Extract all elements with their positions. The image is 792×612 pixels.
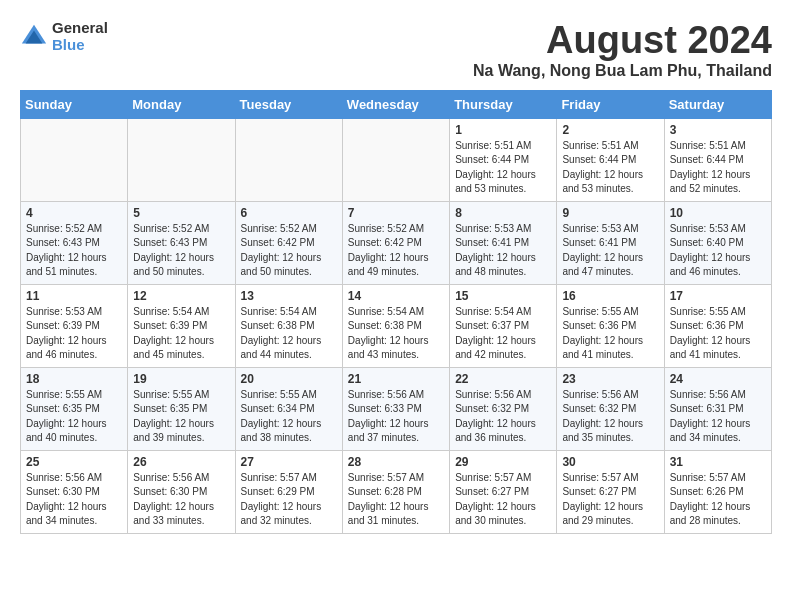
day-number: 30 <box>562 455 658 469</box>
day-number: 11 <box>26 289 122 303</box>
page-header: General Blue August 2024 Na Wang, Nong B… <box>20 20 772 80</box>
calendar-header-row: Sunday Monday Tuesday Wednesday Thursday… <box>21 90 772 118</box>
logo-icon <box>20 23 48 51</box>
logo-general-text: General <box>52 20 108 37</box>
day-info: Sunrise: 5:54 AMSunset: 6:37 PMDaylight:… <box>455 305 551 363</box>
table-row <box>235 118 342 201</box>
day-info: Sunrise: 5:53 AMSunset: 6:41 PMDaylight:… <box>562 222 658 280</box>
day-number: 14 <box>348 289 444 303</box>
day-number: 19 <box>133 372 229 386</box>
day-number: 17 <box>670 289 766 303</box>
day-info: Sunrise: 5:57 AMSunset: 6:26 PMDaylight:… <box>670 471 766 529</box>
day-info: Sunrise: 5:56 AMSunset: 6:33 PMDaylight:… <box>348 388 444 446</box>
table-row: 18Sunrise: 5:55 AMSunset: 6:35 PMDayligh… <box>21 367 128 450</box>
table-row: 15Sunrise: 5:54 AMSunset: 6:37 PMDayligh… <box>450 284 557 367</box>
col-tuesday: Tuesday <box>235 90 342 118</box>
day-number: 12 <box>133 289 229 303</box>
day-number: 1 <box>455 123 551 137</box>
day-number: 18 <box>26 372 122 386</box>
day-info: Sunrise: 5:53 AMSunset: 6:39 PMDaylight:… <box>26 305 122 363</box>
day-number: 28 <box>348 455 444 469</box>
day-info: Sunrise: 5:56 AMSunset: 6:30 PMDaylight:… <box>26 471 122 529</box>
day-number: 26 <box>133 455 229 469</box>
table-row: 2Sunrise: 5:51 AMSunset: 6:44 PMDaylight… <box>557 118 664 201</box>
day-info: Sunrise: 5:52 AMSunset: 6:42 PMDaylight:… <box>241 222 337 280</box>
day-number: 2 <box>562 123 658 137</box>
calendar-week-row: 1Sunrise: 5:51 AMSunset: 6:44 PMDaylight… <box>21 118 772 201</box>
location-subtitle: Na Wang, Nong Bua Lam Phu, Thailand <box>473 62 772 80</box>
day-number: 15 <box>455 289 551 303</box>
table-row: 21Sunrise: 5:56 AMSunset: 6:33 PMDayligh… <box>342 367 449 450</box>
table-row: 26Sunrise: 5:56 AMSunset: 6:30 PMDayligh… <box>128 450 235 533</box>
day-info: Sunrise: 5:51 AMSunset: 6:44 PMDaylight:… <box>562 139 658 197</box>
day-number: 9 <box>562 206 658 220</box>
day-number: 27 <box>241 455 337 469</box>
day-info: Sunrise: 5:55 AMSunset: 6:35 PMDaylight:… <box>26 388 122 446</box>
table-row: 30Sunrise: 5:57 AMSunset: 6:27 PMDayligh… <box>557 450 664 533</box>
table-row: 17Sunrise: 5:55 AMSunset: 6:36 PMDayligh… <box>664 284 771 367</box>
day-info: Sunrise: 5:52 AMSunset: 6:42 PMDaylight:… <box>348 222 444 280</box>
day-info: Sunrise: 5:55 AMSunset: 6:36 PMDaylight:… <box>562 305 658 363</box>
calendar-week-row: 18Sunrise: 5:55 AMSunset: 6:35 PMDayligh… <box>21 367 772 450</box>
table-row: 3Sunrise: 5:51 AMSunset: 6:44 PMDaylight… <box>664 118 771 201</box>
day-info: Sunrise: 5:56 AMSunset: 6:32 PMDaylight:… <box>455 388 551 446</box>
day-info: Sunrise: 5:55 AMSunset: 6:34 PMDaylight:… <box>241 388 337 446</box>
table-row: 31Sunrise: 5:57 AMSunset: 6:26 PMDayligh… <box>664 450 771 533</box>
logo-blue-text: Blue <box>52 37 108 54</box>
day-info: Sunrise: 5:55 AMSunset: 6:36 PMDaylight:… <box>670 305 766 363</box>
day-info: Sunrise: 5:57 AMSunset: 6:29 PMDaylight:… <box>241 471 337 529</box>
day-info: Sunrise: 5:57 AMSunset: 6:27 PMDaylight:… <box>562 471 658 529</box>
col-wednesday: Wednesday <box>342 90 449 118</box>
calendar-table: Sunday Monday Tuesday Wednesday Thursday… <box>20 90 772 534</box>
day-info: Sunrise: 5:53 AMSunset: 6:40 PMDaylight:… <box>670 222 766 280</box>
day-info: Sunrise: 5:57 AMSunset: 6:27 PMDaylight:… <box>455 471 551 529</box>
day-number: 6 <box>241 206 337 220</box>
table-row: 7Sunrise: 5:52 AMSunset: 6:42 PMDaylight… <box>342 201 449 284</box>
day-info: Sunrise: 5:54 AMSunset: 6:38 PMDaylight:… <box>348 305 444 363</box>
col-thursday: Thursday <box>450 90 557 118</box>
table-row: 28Sunrise: 5:57 AMSunset: 6:28 PMDayligh… <box>342 450 449 533</box>
day-number: 5 <box>133 206 229 220</box>
month-year-title: August 2024 <box>473 20 772 62</box>
day-number: 20 <box>241 372 337 386</box>
table-row: 8Sunrise: 5:53 AMSunset: 6:41 PMDaylight… <box>450 201 557 284</box>
table-row: 25Sunrise: 5:56 AMSunset: 6:30 PMDayligh… <box>21 450 128 533</box>
day-number: 10 <box>670 206 766 220</box>
title-block: August 2024 Na Wang, Nong Bua Lam Phu, T… <box>473 20 772 80</box>
day-number: 29 <box>455 455 551 469</box>
table-row: 13Sunrise: 5:54 AMSunset: 6:38 PMDayligh… <box>235 284 342 367</box>
day-number: 3 <box>670 123 766 137</box>
day-number: 7 <box>348 206 444 220</box>
day-info: Sunrise: 5:56 AMSunset: 6:30 PMDaylight:… <box>133 471 229 529</box>
table-row: 1Sunrise: 5:51 AMSunset: 6:44 PMDaylight… <box>450 118 557 201</box>
col-friday: Friday <box>557 90 664 118</box>
table-row <box>342 118 449 201</box>
day-number: 31 <box>670 455 766 469</box>
day-number: 16 <box>562 289 658 303</box>
table-row: 10Sunrise: 5:53 AMSunset: 6:40 PMDayligh… <box>664 201 771 284</box>
day-info: Sunrise: 5:51 AMSunset: 6:44 PMDaylight:… <box>455 139 551 197</box>
day-info: Sunrise: 5:55 AMSunset: 6:35 PMDaylight:… <box>133 388 229 446</box>
table-row: 23Sunrise: 5:56 AMSunset: 6:32 PMDayligh… <box>557 367 664 450</box>
calendar-week-row: 4Sunrise: 5:52 AMSunset: 6:43 PMDaylight… <box>21 201 772 284</box>
day-info: Sunrise: 5:51 AMSunset: 6:44 PMDaylight:… <box>670 139 766 197</box>
table-row: 4Sunrise: 5:52 AMSunset: 6:43 PMDaylight… <box>21 201 128 284</box>
table-row: 29Sunrise: 5:57 AMSunset: 6:27 PMDayligh… <box>450 450 557 533</box>
day-info: Sunrise: 5:52 AMSunset: 6:43 PMDaylight:… <box>26 222 122 280</box>
day-info: Sunrise: 5:56 AMSunset: 6:31 PMDaylight:… <box>670 388 766 446</box>
day-number: 8 <box>455 206 551 220</box>
calendar-week-row: 25Sunrise: 5:56 AMSunset: 6:30 PMDayligh… <box>21 450 772 533</box>
day-number: 24 <box>670 372 766 386</box>
day-info: Sunrise: 5:57 AMSunset: 6:28 PMDaylight:… <box>348 471 444 529</box>
table-row: 27Sunrise: 5:57 AMSunset: 6:29 PMDayligh… <box>235 450 342 533</box>
day-number: 13 <box>241 289 337 303</box>
logo-text: General Blue <box>52 20 108 53</box>
table-row: 6Sunrise: 5:52 AMSunset: 6:42 PMDaylight… <box>235 201 342 284</box>
day-info: Sunrise: 5:53 AMSunset: 6:41 PMDaylight:… <box>455 222 551 280</box>
table-row: 5Sunrise: 5:52 AMSunset: 6:43 PMDaylight… <box>128 201 235 284</box>
day-number: 23 <box>562 372 658 386</box>
table-row: 19Sunrise: 5:55 AMSunset: 6:35 PMDayligh… <box>128 367 235 450</box>
day-number: 25 <box>26 455 122 469</box>
table-row: 11Sunrise: 5:53 AMSunset: 6:39 PMDayligh… <box>21 284 128 367</box>
table-row: 12Sunrise: 5:54 AMSunset: 6:39 PMDayligh… <box>128 284 235 367</box>
